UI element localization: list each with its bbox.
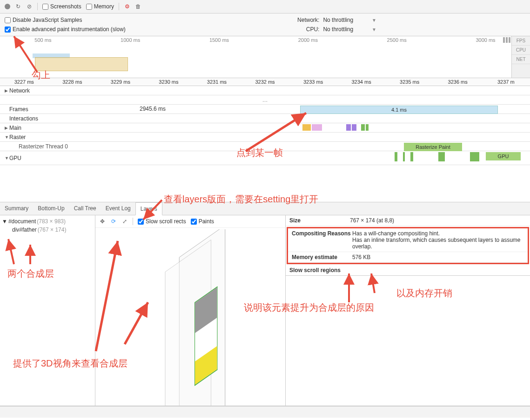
- paints-checkbox[interactable]: Paints: [191, 218, 214, 225]
- raster-section[interactable]: ▼Raster: [0, 133, 530, 142]
- interactions-section[interactable]: Interactions: [0, 114, 530, 123]
- record-button[interactable]: [5, 4, 10, 9]
- pan-icon[interactable]: ✥: [99, 218, 106, 225]
- disable-js-checkbox[interactable]: Disable JavaScript Samples: [5, 17, 82, 23]
- info-size: Size767 × 174 (at 8,8): [286, 215, 530, 226]
- gear-icon[interactable]: ⚙: [124, 3, 130, 10]
- info-slow-scroll: Slow scroll regions: [286, 265, 530, 276]
- frame-time-left: 2945.6 ms: [140, 106, 166, 112]
- overview-lanes: FPSCPUNET: [511, 36, 530, 78]
- time-ruler[interactable]: 3227 ms3228 ms3229 ms3230 ms3231 ms3232 …: [0, 78, 530, 86]
- overview-ticks: 500 ms1000 ms1500 ms2000 ms2500 ms3000 m…: [0, 36, 530, 43]
- tab-call-tree[interactable]: Call Tree: [69, 202, 101, 215]
- chevron-down-icon: ▼: [372, 18, 376, 23]
- screenshots-checkbox[interactable]: Screenshots: [42, 3, 81, 10]
- footer: [0, 406, 530, 418]
- memory-checkbox[interactable]: Memory: [86, 3, 114, 10]
- tab-bottom-up[interactable]: Bottom-Up: [33, 202, 69, 215]
- capture-options: Disable JavaScript Samples Network: No t…: [0, 13, 530, 36]
- trash-icon[interactable]: 🗑: [135, 3, 141, 10]
- timeline-overview[interactable]: 500 ms1000 ms1500 ms2000 ms2500 ms3000 m…: [0, 36, 530, 78]
- main-toolbar: ↻ ⊘ Screenshots Memory ⚙ 🗑: [0, 0, 530, 13]
- frame-bar[interactable]: 4.1 ms: [300, 106, 498, 114]
- tab-layers[interactable]: Layers: [135, 202, 162, 215]
- gpu-blocks[interactable]: [395, 152, 479, 161]
- tree-div-father[interactable]: div#father(767 × 174): [2, 226, 93, 234]
- tab-event-log[interactable]: Event Log: [101, 202, 135, 215]
- enable-paint-checkbox[interactable]: Enable advanced paint instrumentation (s…: [5, 26, 126, 33]
- tab-summary[interactable]: Summary: [0, 202, 33, 215]
- layers-view-toolbar: ✥ ⟳ ⤢ Slow scroll rects Paints: [95, 215, 285, 228]
- info-memory: Memory estimate576 KB: [288, 252, 528, 263]
- chevron-down-icon: ▼: [372, 27, 376, 32]
- cpu-select[interactable]: No throttling▼: [323, 26, 376, 33]
- layer-details: Size767 × 174 (at 8,8) Compositing Reaso…: [286, 215, 530, 406]
- raster-thread-row[interactable]: Rasterizer Thread 0 Rasterize Paint: [0, 142, 530, 151]
- layer-child[interactable]: [195, 286, 218, 386]
- gpu-label-block[interactable]: GPU: [486, 152, 521, 160]
- network-select[interactable]: No throttling▼: [323, 17, 376, 23]
- slow-scroll-checkbox[interactable]: Slow scroll rects: [138, 218, 186, 225]
- frames-section[interactable]: Frames 2945.6 ms 4.1 ms: [0, 105, 530, 114]
- gpu-section[interactable]: ▼GPU GPU: [0, 151, 530, 165]
- rasterize-paint-block[interactable]: Rasterize Paint: [404, 143, 462, 151]
- tree-document[interactable]: ▼#document(783 × 983): [2, 217, 93, 226]
- cpu-label: CPU:: [306, 26, 320, 33]
- network-section[interactable]: ▶Network: [0, 86, 530, 95]
- main-blocks[interactable]: [302, 124, 369, 131]
- clear-button[interactable]: ⊘: [26, 3, 33, 10]
- reload-button[interactable]: ↻: [15, 3, 21, 10]
- section-divider: …: [0, 95, 530, 105]
- layers-3d-view[interactable]: ✥ ⟳ ⤢ Slow scroll rects Paints: [95, 215, 286, 406]
- rotate-icon[interactable]: ⟳: [110, 218, 117, 225]
- detail-tabs: Summary Bottom-Up Call Tree Event Log La…: [0, 202, 530, 215]
- info-reasons: Compositing ReasonsHas a will-change com…: [288, 228, 528, 252]
- layers-panel: ▼#document(783 × 983) div#father(767 × 1…: [0, 215, 530, 406]
- layers-tree: ▼#document(783 × 983) div#father(767 × 1…: [0, 215, 95, 406]
- reset-icon[interactable]: ⤢: [121, 218, 128, 225]
- network-label: Network:: [297, 17, 319, 23]
- main-section[interactable]: ▶Main: [0, 123, 530, 133]
